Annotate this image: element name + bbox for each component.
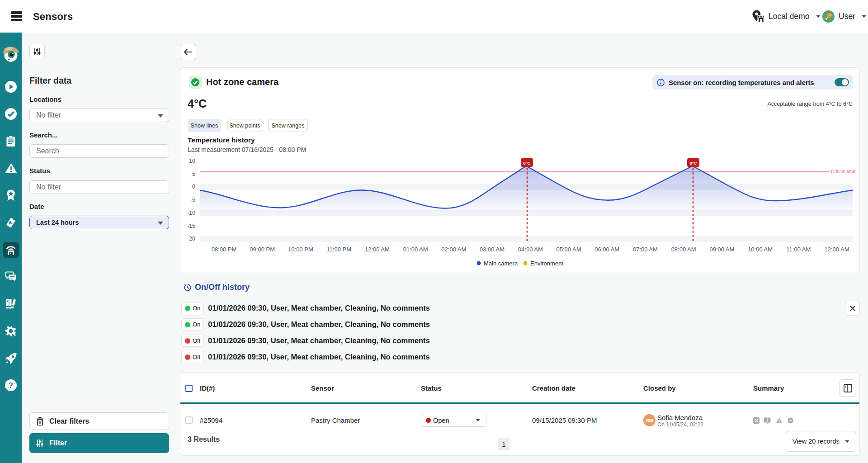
svg-text:11:00 AM: 11:00 AM — [786, 246, 811, 253]
svg-text:11:00 PM: 11:00 PM — [326, 246, 351, 253]
svg-text:5: 5 — [192, 171, 195, 177]
svg-text:10:00 PM: 10:00 PM — [288, 246, 313, 253]
svg-text:03:00 AM: 03:00 AM — [480, 246, 505, 253]
svg-text:-5: -5 — [190, 197, 195, 203]
svg-text:09:00 AM: 09:00 AM — [709, 246, 734, 253]
svg-text:8°C: 8°C — [690, 161, 697, 165]
svg-text:Environment: Environment — [530, 260, 563, 267]
svg-text:12:00 AM: 12:00 AM — [365, 246, 390, 253]
svg-text:8°C: 8°C — [524, 161, 531, 165]
svg-text:02:00 AM: 02:00 AM — [441, 246, 466, 253]
svg-text:-15: -15 — [187, 223, 195, 229]
svg-text:01:00 AM: 01:00 AM — [403, 246, 428, 253]
svg-text:08:00 AM: 08:00 AM — [671, 246, 696, 253]
svg-text:05:00 AM: 05:00 AM — [557, 246, 581, 253]
svg-text:10: 10 — [189, 158, 195, 164]
svg-text:Main camera: Main camera — [484, 260, 518, 267]
svg-text:07:00 AM: 07:00 AM — [633, 246, 658, 253]
svg-text:08:00 PM: 08:00 PM — [212, 246, 237, 253]
svg-text:-20: -20 — [187, 236, 195, 242]
svg-text:Critical limit: Critical limit — [831, 169, 855, 174]
svg-text:04:00 AM: 04:00 AM — [518, 246, 543, 253]
svg-text:?: ? — [9, 382, 13, 389]
svg-text:06:00 AM: 06:00 AM — [594, 246, 619, 253]
svg-text:12:00 AM: 12:00 AM — [825, 246, 849, 253]
svg-text:-10: -10 — [187, 210, 195, 216]
svg-text:0: 0 — [192, 184, 195, 190]
svg-text:09:00 PM: 09:00 PM — [250, 246, 275, 253]
svg-text:10:00 AM: 10:00 AM — [748, 246, 773, 253]
